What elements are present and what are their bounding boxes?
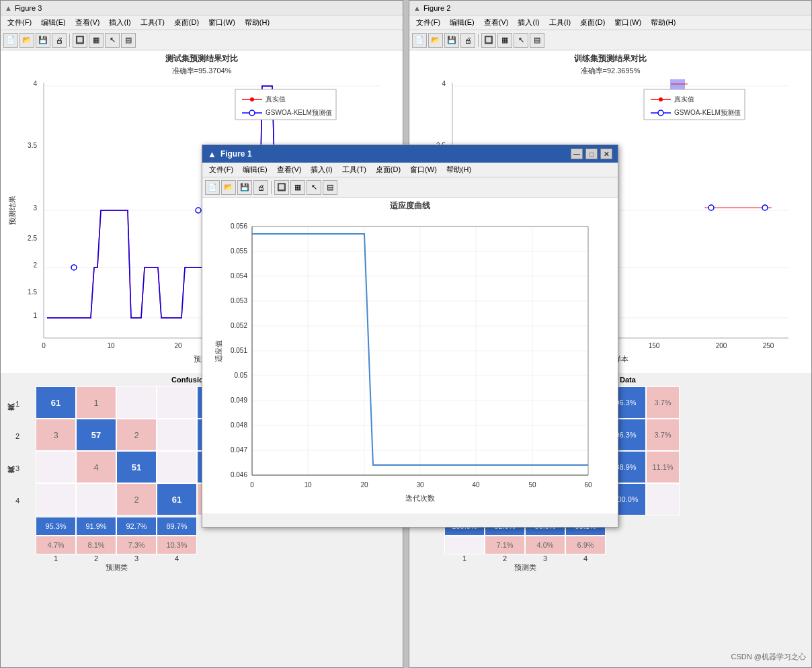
svg-text:3.5: 3.5 (28, 142, 37, 149)
maximize-button[interactable]: □ (585, 149, 598, 159)
menu-file[interactable]: 文件(F) (3, 16, 36, 29)
svg-point-28 (249, 110, 255, 116)
menu-edit2[interactable]: 编辑(E) (446, 16, 479, 29)
tb2-zoom2[interactable]: ▦ (497, 33, 512, 48)
tb1-cursor[interactable]: ↖ (307, 180, 321, 195)
menu-help1[interactable]: 帮助(H) (442, 163, 475, 176)
f2-xlabel-3: 3 (525, 554, 565, 562)
tb2-brush[interactable]: ▤ (530, 33, 544, 48)
tb1-print[interactable]: 🖨 (253, 180, 268, 195)
menu-tools2[interactable]: 工具(I) (545, 16, 575, 29)
menu-insert2[interactable]: 插入(I) (514, 16, 543, 29)
tb-new[interactable]: 📄 (3, 33, 18, 48)
tb2-zoom[interactable]: 🔲 (481, 33, 496, 48)
fig2-titlebar: ▲ Figure 2 (409, 1, 811, 15)
minimize-button[interactable]: — (571, 149, 583, 159)
conf-cell-14 (157, 386, 197, 419)
menu-file1[interactable]: 文件(F) (205, 163, 237, 176)
svg-text:1.5: 1.5 (28, 288, 37, 296)
fig2-xlabel: 预测类 (444, 562, 606, 573)
bot-pct-14: 89.7% (157, 517, 197, 536)
svg-text:20: 20 (360, 481, 368, 489)
f2-bpct-24: 6.9% (565, 536, 606, 554)
menu-window2[interactable]: 窗口(W) (610, 16, 645, 29)
tb1-new[interactable]: 📄 (205, 180, 220, 195)
menu-help[interactable]: 帮助(H) (241, 16, 274, 29)
row-label-4: 4 (15, 485, 19, 517)
tb2-new[interactable]: 📄 (412, 33, 427, 48)
menu-desktop2[interactable]: 桌面(D) (576, 16, 609, 29)
menu-view[interactable]: 查看(V) (71, 16, 104, 29)
row-label-3: 3 (15, 452, 19, 485)
svg-text:3: 3 (33, 204, 37, 212)
conf-cell-33: 51 (116, 451, 157, 483)
xlabel-4: 4 (157, 554, 197, 562)
tb2-save[interactable]: 💾 (444, 33, 459, 48)
f2-epct-1: 3.7% (646, 386, 680, 419)
menu-desktop1[interactable]: 桌面(D) (372, 163, 405, 176)
tb2-open[interactable]: 📂 (428, 33, 443, 48)
tb-cursor[interactable]: ↖ (105, 33, 120, 48)
tb-zoom2[interactable]: ▦ (89, 33, 104, 48)
svg-text:0.046: 0.046 (231, 471, 247, 478)
bot-pct-11: 95.3% (36, 517, 76, 536)
tb2-print[interactable]: 🖨 (460, 33, 475, 48)
menu-desktop[interactable]: 桌面(D) (170, 16, 203, 29)
tb-brush[interactable]: ▤ (121, 33, 136, 48)
tb2-cursor[interactable]: ↖ (514, 33, 528, 48)
menu-view2[interactable]: 查看(V) (480, 16, 513, 29)
tb1-zoom[interactable]: 🔲 (274, 180, 289, 195)
fig1-menubar: 文件(F) 编辑(E) 查看(V) 插入(I) 工具(T) 桌面(D) 窗口(W… (202, 163, 618, 177)
tb1-save[interactable]: 💾 (237, 180, 252, 195)
conf-cell-23: 2 (116, 419, 157, 451)
svg-text:0.056: 0.056 (231, 222, 247, 230)
menu-edit[interactable]: 编辑(E) (37, 16, 70, 29)
f2-xlabel-2: 2 (485, 554, 525, 562)
fig3-toolbar: 📄 📂 💾 🖨 🔲 ▦ ↖ ▤ (1, 30, 403, 50)
row-label-1: 1 (15, 388, 19, 420)
fig2-plot-title: 训练集预测结果对比 (409, 53, 811, 65)
svg-text:0.05: 0.05 (235, 372, 248, 379)
conf-cell-34 (157, 451, 197, 483)
svg-text:0: 0 (42, 342, 46, 349)
menu-insert[interactable]: 插入(I) (105, 16, 134, 29)
svg-point-22 (196, 208, 201, 213)
tb1-open[interactable]: 📂 (221, 180, 236, 195)
menu-tools[interactable]: 工具(T) (136, 16, 169, 29)
menu-help2[interactable]: 帮助(H) (647, 16, 680, 29)
f2-xlabel-1: 1 (444, 554, 485, 562)
conf-cell-32: 4 (76, 451, 116, 483)
conf-cell-11: 61 (36, 386, 76, 419)
fig2-plot-subtitle: 准确率=92.3695% (409, 66, 811, 76)
bot-pct-12: 91.9% (76, 517, 116, 536)
svg-text:10: 10 (304, 481, 312, 489)
conf-cell-12: 1 (76, 386, 116, 419)
tb-print[interactable]: 🖨 (52, 33, 67, 48)
menu-file2[interactable]: 文件(F) (412, 16, 444, 29)
menu-window[interactable]: 窗口(W) (204, 16, 239, 29)
f2-xlabel-4: 4 (565, 554, 606, 562)
tb-save[interactable]: 💾 (36, 33, 50, 48)
menu-view1[interactable]: 查看(V) (273, 163, 306, 176)
menu-window1[interactable]: 窗口(W) (406, 163, 441, 176)
close-button[interactable]: ✕ (600, 149, 612, 159)
figure1-window: ▲ Figure 1 — □ ✕ 文件(F) 编辑(E) 查看(V) 插入(I)… (202, 144, 618, 528)
menu-tools1[interactable]: 工具(T) (338, 163, 370, 176)
fig1-plot-title: 适应度曲线 (202, 200, 618, 212)
tb1-zoom2[interactable]: ▦ (290, 180, 305, 195)
fig1-titlebar: ▲ Figure 1 — □ ✕ (202, 145, 618, 163)
tb-open[interactable]: 📂 (19, 33, 34, 48)
menu-insert1[interactable]: 插入(I) (307, 163, 336, 176)
svg-text:250: 250 (763, 342, 774, 349)
svg-text:0.054: 0.054 (231, 272, 247, 280)
tb-zoom[interactable]: 🔲 (73, 33, 87, 48)
svg-text:10: 10 (107, 342, 115, 349)
svg-text:0.048: 0.048 (231, 421, 247, 429)
menu-edit1[interactable]: 编辑(E) (239, 163, 272, 176)
conf-cell-13 (116, 386, 157, 419)
fig3-menubar: 文件(F) 编辑(E) 查看(V) 插入(I) 工具(T) 桌面(D) 窗口(W… (1, 15, 403, 30)
svg-point-25 (250, 97, 254, 101)
bot-pct-13: 92.7% (116, 517, 157, 536)
tb1-brush[interactable]: ▤ (323, 180, 337, 195)
fig3-plot-title: 测试集预测结果对比 (1, 53, 403, 65)
